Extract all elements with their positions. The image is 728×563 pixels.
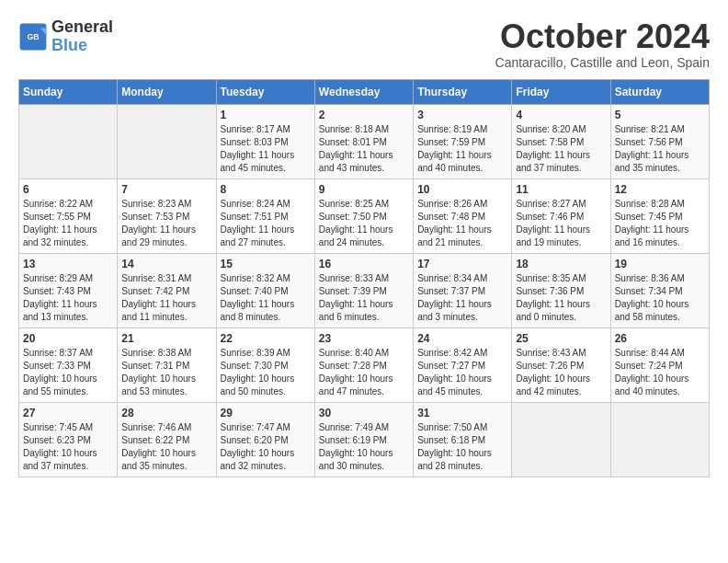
calendar-cell: 28Sunrise: 7:46 AM Sunset: 6:22 PM Dayli… <box>118 402 216 477</box>
day-number: 22 <box>221 332 311 345</box>
day-info: Sunrise: 8:21 AM Sunset: 7:56 PM Dayligh… <box>615 123 705 175</box>
day-info: Sunrise: 8:31 AM Sunset: 7:42 PM Dayligh… <box>121 272 211 324</box>
day-number: 12 <box>615 183 705 196</box>
calendar-week-row: 6Sunrise: 8:22 AM Sunset: 7:55 PM Daylig… <box>19 178 710 253</box>
month-title: October 2024 <box>495 18 710 55</box>
day-number: 30 <box>319 407 409 419</box>
day-info: Sunrise: 7:46 AM Sunset: 6:22 PM Dayligh… <box>121 421 211 473</box>
day-info: Sunrise: 7:45 AM Sunset: 6:23 PM Dayligh… <box>23 421 113 473</box>
day-number: 7 <box>121 183 211 196</box>
day-number: 18 <box>516 258 606 270</box>
title-block: October 2024 Cantaracillo, Castille and … <box>495 18 710 70</box>
day-number: 8 <box>221 183 311 196</box>
logo: GB General Blue <box>18 18 113 55</box>
day-info: Sunrise: 7:47 AM Sunset: 6:20 PM Dayligh… <box>221 421 311 473</box>
day-number: 21 <box>121 332 211 345</box>
calendar-week-row: 13Sunrise: 8:29 AM Sunset: 7:43 PM Dayli… <box>19 253 710 327</box>
calendar-cell: 20Sunrise: 8:37 AM Sunset: 7:33 PM Dayli… <box>19 327 118 402</box>
calendar-cell: 5Sunrise: 8:21 AM Sunset: 7:56 PM Daylig… <box>610 104 709 178</box>
day-number: 26 <box>615 332 705 345</box>
calendar-cell: 12Sunrise: 8:28 AM Sunset: 7:45 PM Dayli… <box>610 178 709 253</box>
calendar-cell: 17Sunrise: 8:34 AM Sunset: 7:37 PM Dayli… <box>414 253 512 327</box>
day-info: Sunrise: 8:42 AM Sunset: 7:27 PM Dayligh… <box>417 347 507 398</box>
day-number: 14 <box>121 258 211 270</box>
calendar-cell: 23Sunrise: 8:40 AM Sunset: 7:28 PM Dayli… <box>314 327 413 402</box>
calendar-cell: 11Sunrise: 8:27 AM Sunset: 7:46 PM Dayli… <box>512 178 610 253</box>
calendar-table: SundayMondayTuesdayWednesdayThursdayFrid… <box>18 79 710 477</box>
day-number: 3 <box>417 109 507 121</box>
calendar-cell: 7Sunrise: 8:23 AM Sunset: 7:53 PM Daylig… <box>118 178 216 253</box>
calendar-cell: 2Sunrise: 8:18 AM Sunset: 8:01 PM Daylig… <box>314 104 413 178</box>
day-info: Sunrise: 8:39 AM Sunset: 7:30 PM Dayligh… <box>221 347 311 398</box>
day-number: 16 <box>319 258 409 270</box>
day-number: 27 <box>23 407 113 419</box>
day-number: 5 <box>615 109 705 121</box>
calendar-cell: 6Sunrise: 8:22 AM Sunset: 7:55 PM Daylig… <box>19 178 118 253</box>
day-info: Sunrise: 8:40 AM Sunset: 7:28 PM Dayligh… <box>319 347 409 398</box>
calendar-cell: 8Sunrise: 8:24 AM Sunset: 7:51 PM Daylig… <box>216 178 314 253</box>
svg-text:GB: GB <box>27 32 39 41</box>
day-header-tuesday: Tuesday <box>216 79 314 104</box>
day-info: Sunrise: 8:38 AM Sunset: 7:31 PM Dayligh… <box>121 347 211 398</box>
day-info: Sunrise: 8:19 AM Sunset: 7:59 PM Dayligh… <box>417 123 507 175</box>
day-info: Sunrise: 8:44 AM Sunset: 7:24 PM Dayligh… <box>615 347 705 398</box>
calendar-cell: 26Sunrise: 8:44 AM Sunset: 7:24 PM Dayli… <box>610 327 709 402</box>
calendar-week-row: 27Sunrise: 7:45 AM Sunset: 6:23 PM Dayli… <box>19 402 710 477</box>
calendar-cell: 30Sunrise: 7:49 AM Sunset: 6:19 PM Dayli… <box>314 402 413 477</box>
calendar-cell: 14Sunrise: 8:31 AM Sunset: 7:42 PM Dayli… <box>118 253 216 327</box>
day-info: Sunrise: 8:35 AM Sunset: 7:36 PM Dayligh… <box>516 272 606 324</box>
calendar-cell: 9Sunrise: 8:25 AM Sunset: 7:50 PM Daylig… <box>314 178 413 253</box>
day-info: Sunrise: 8:32 AM Sunset: 7:40 PM Dayligh… <box>221 272 311 324</box>
day-number: 17 <box>417 258 507 270</box>
day-info: Sunrise: 8:18 AM Sunset: 8:01 PM Dayligh… <box>319 123 409 175</box>
day-info: Sunrise: 7:49 AM Sunset: 6:19 PM Dayligh… <box>319 421 409 473</box>
day-info: Sunrise: 8:17 AM Sunset: 8:03 PM Dayligh… <box>221 123 311 175</box>
day-number: 23 <box>319 332 409 345</box>
calendar-cell: 31Sunrise: 7:50 AM Sunset: 6:18 PM Dayli… <box>414 402 512 477</box>
calendar-cell: 18Sunrise: 8:35 AM Sunset: 7:36 PM Dayli… <box>512 253 610 327</box>
day-number: 25 <box>516 332 606 345</box>
day-number: 19 <box>615 258 705 270</box>
location: Cantaracillo, Castille and Leon, Spain <box>495 55 710 70</box>
day-info: Sunrise: 8:20 AM Sunset: 7:58 PM Dayligh… <box>516 123 606 175</box>
day-info: Sunrise: 8:29 AM Sunset: 7:43 PM Dayligh… <box>23 272 113 324</box>
day-info: Sunrise: 8:25 AM Sunset: 7:50 PM Dayligh… <box>319 198 409 249</box>
day-number: 6 <box>23 183 113 196</box>
day-info: Sunrise: 8:23 AM Sunset: 7:53 PM Dayligh… <box>121 198 211 249</box>
day-number: 15 <box>221 258 311 270</box>
calendar-header-row: SundayMondayTuesdayWednesdayThursdayFrid… <box>19 79 710 104</box>
calendar-cell <box>512 402 610 477</box>
day-number: 2 <box>319 109 409 121</box>
day-number: 10 <box>417 183 507 196</box>
page-header: GB General Blue October 2024 Cantaracill… <box>18 18 710 70</box>
calendar-cell: 13Sunrise: 8:29 AM Sunset: 7:43 PM Dayli… <box>19 253 118 327</box>
calendar-cell: 21Sunrise: 8:38 AM Sunset: 7:31 PM Dayli… <box>118 327 216 402</box>
calendar-cell: 4Sunrise: 8:20 AM Sunset: 7:58 PM Daylig… <box>512 104 610 178</box>
calendar-cell: 27Sunrise: 7:45 AM Sunset: 6:23 PM Dayli… <box>19 402 118 477</box>
calendar-cell: 25Sunrise: 8:43 AM Sunset: 7:26 PM Dayli… <box>512 327 610 402</box>
calendar-cell: 24Sunrise: 8:42 AM Sunset: 7:27 PM Dayli… <box>414 327 512 402</box>
day-info: Sunrise: 8:28 AM Sunset: 7:45 PM Dayligh… <box>615 198 705 249</box>
logo-text: General Blue <box>51 18 113 55</box>
day-number: 11 <box>516 183 606 196</box>
day-info: Sunrise: 8:37 AM Sunset: 7:33 PM Dayligh… <box>23 347 113 398</box>
day-header-sunday: Sunday <box>19 79 118 104</box>
day-info: Sunrise: 7:50 AM Sunset: 6:18 PM Dayligh… <box>417 421 507 473</box>
day-info: Sunrise: 8:24 AM Sunset: 7:51 PM Dayligh… <box>221 198 311 249</box>
day-number: 4 <box>516 109 606 121</box>
day-number: 31 <box>417 407 507 419</box>
calendar-cell: 22Sunrise: 8:39 AM Sunset: 7:30 PM Dayli… <box>216 327 314 402</box>
calendar-cell <box>118 104 216 178</box>
day-info: Sunrise: 8:22 AM Sunset: 7:55 PM Dayligh… <box>23 198 113 249</box>
calendar-week-row: 1Sunrise: 8:17 AM Sunset: 8:03 PM Daylig… <box>19 104 710 178</box>
day-number: 1 <box>221 109 311 121</box>
calendar-cell: 16Sunrise: 8:33 AM Sunset: 7:39 PM Dayli… <box>314 253 413 327</box>
calendar-cell: 19Sunrise: 8:36 AM Sunset: 7:34 PM Dayli… <box>610 253 709 327</box>
day-info: Sunrise: 8:26 AM Sunset: 7:48 PM Dayligh… <box>417 198 507 249</box>
day-header-thursday: Thursday <box>414 79 512 104</box>
logo-icon: GB <box>18 22 48 52</box>
day-header-monday: Monday <box>118 79 216 104</box>
calendar-cell: 10Sunrise: 8:26 AM Sunset: 7:48 PM Dayli… <box>414 178 512 253</box>
calendar-cell: 29Sunrise: 7:47 AM Sunset: 6:20 PM Dayli… <box>216 402 314 477</box>
day-header-friday: Friday <box>512 79 610 104</box>
